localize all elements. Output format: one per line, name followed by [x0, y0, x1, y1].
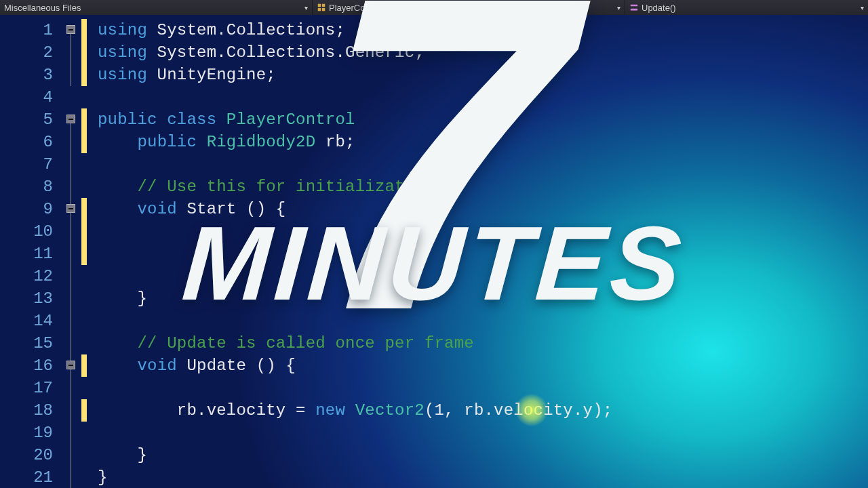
code-line[interactable]: using UnityEngine; — [98, 64, 868, 86]
class-icon — [317, 3, 326, 12]
fold-toggle[interactable] — [66, 361, 75, 369]
method-icon — [629, 3, 639, 12]
code-line[interactable]: rb.velocity = new Vector2(1, rb.velocity… — [98, 399, 868, 422]
code-line[interactable]: } — [98, 444, 868, 466]
fold-toggle[interactable] — [66, 204, 75, 213]
fold-toggle[interactable] — [66, 25, 75, 34]
line-number: 21 — [0, 466, 53, 488]
line-number: 9 — [0, 198, 53, 220]
code-line[interactable] — [98, 86, 868, 108]
code-line[interactable]: } — [98, 466, 868, 488]
code-line[interactable]: void Update () { — [98, 354, 868, 377]
svg-rect-5 — [631, 9, 638, 11]
svg-rect-1 — [322, 4, 325, 7]
breadcrumb-class-label: PlayerControls — [329, 3, 387, 13]
line-number: 19 — [0, 422, 53, 444]
modified-indicator — [81, 354, 87, 377]
chevron-down-icon: ▾ — [861, 4, 864, 12]
code-line[interactable] — [98, 265, 868, 287]
line-number: 14 — [0, 310, 53, 332]
chevron-down-icon: ▾ — [304, 4, 308, 12]
line-number: 20 — [0, 444, 53, 466]
modified-indicator — [81, 19, 87, 86]
line-number: 5 — [0, 108, 53, 131]
line-number-gutter: 123456789101112131415161718192021 — [0, 15, 60, 488]
line-number: 13 — [0, 287, 53, 310]
line-number: 17 — [0, 377, 53, 399]
line-number: 12 — [0, 265, 53, 287]
line-number: 7 — [0, 153, 53, 176]
app-root: Miscellaneous Files ▾ PlayerControls ▾ U… — [0, 0, 868, 488]
code-line[interactable] — [98, 153, 868, 176]
fold-toggle[interactable] — [66, 115, 75, 123]
breadcrumb-bar: Miscellaneous Files ▾ PlayerControls ▾ U… — [0, 0, 868, 15]
line-number: 10 — [0, 220, 53, 243]
code-editor[interactable]: 123456789101112131415161718192021 using … — [0, 15, 868, 488]
code-line[interactable]: // Use this for initialization — [98, 176, 868, 198]
code-line[interactable] — [98, 377, 868, 399]
fold-column — [60, 15, 92, 488]
breadcrumb-scope[interactable]: Miscellaneous Files ▾ — [0, 0, 312, 15]
code-line[interactable]: // Update is called once per frame — [98, 332, 868, 354]
code-line[interactable]: void Start () { — [98, 198, 868, 220]
breadcrumb-class[interactable]: PlayerControls ▾ — [313, 0, 625, 15]
modified-indicator — [81, 399, 87, 422]
code-area[interactable]: using System.Collections;using System.Co… — [92, 15, 868, 488]
svg-rect-3 — [322, 8, 325, 11]
svg-rect-4 — [631, 5, 638, 7]
line-number: 16 — [0, 354, 53, 377]
code-line[interactable]: } — [98, 287, 868, 310]
line-number: 1 — [0, 19, 53, 41]
chevron-down-icon: ▾ — [617, 4, 620, 12]
code-line[interactable] — [98, 243, 868, 265]
code-line[interactable] — [98, 310, 868, 332]
code-line[interactable]: using System.Collections.Generic; — [98, 41, 868, 64]
line-number: 3 — [0, 64, 53, 86]
svg-rect-2 — [318, 8, 321, 11]
breadcrumb-scope-label: Miscellaneous Files — [4, 3, 81, 13]
code-line[interactable] — [98, 422, 868, 444]
line-number: 18 — [0, 399, 53, 422]
breadcrumb-member-label: Update() — [642, 3, 676, 13]
code-line[interactable]: public Rigidbody2D rb; — [98, 131, 868, 153]
line-number: 2 — [0, 41, 53, 64]
code-line[interactable]: using System.Collections; — [98, 19, 868, 41]
modified-indicator — [81, 198, 87, 265]
svg-rect-0 — [318, 4, 321, 7]
line-number: 4 — [0, 86, 53, 108]
code-line[interactable]: public class PlayerControl — [98, 108, 868, 131]
line-number: 6 — [0, 131, 53, 153]
breadcrumb-member[interactable]: Update() ▾ — [625, 0, 868, 15]
line-number: 8 — [0, 176, 53, 198]
code-line[interactable] — [98, 220, 868, 243]
modified-indicator — [81, 108, 87, 153]
line-number: 11 — [0, 243, 53, 265]
line-number: 15 — [0, 332, 53, 354]
